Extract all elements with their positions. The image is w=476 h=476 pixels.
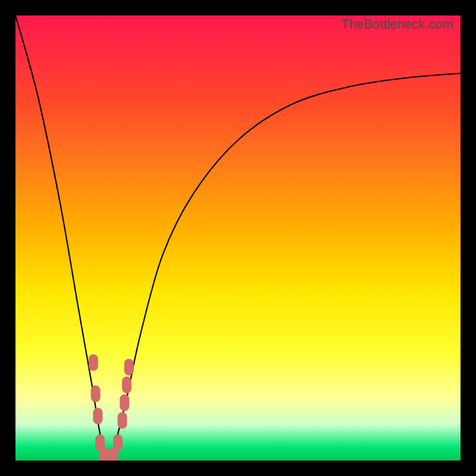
highlight-marker <box>120 394 129 411</box>
chart-frame: TheBottleneck.com <box>0 0 476 476</box>
highlight-marker <box>89 354 98 371</box>
highlight-marker <box>124 359 134 375</box>
highlight-marker <box>113 434 123 451</box>
highlight-marker <box>93 408 102 424</box>
highlight-marker <box>122 377 131 393</box>
plot-area: TheBottleneck.com <box>15 15 461 461</box>
curve-line <box>15 15 461 461</box>
highlight-marker <box>91 386 101 402</box>
highlight-marker <box>118 412 127 429</box>
bottleneck-curve <box>15 15 461 461</box>
